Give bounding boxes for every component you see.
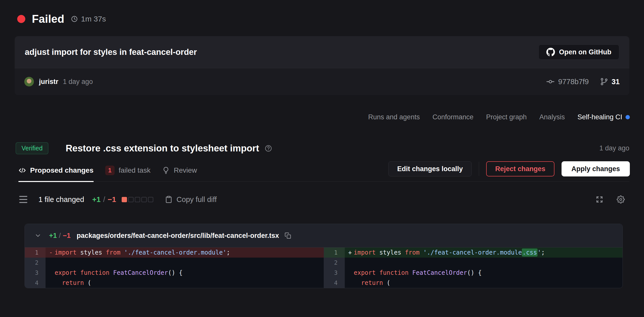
active-nav-dot-icon [626,115,630,119]
diff-toolbar-icons [595,195,625,203]
file-additions: +1 [49,232,57,240]
commit-sha: 9778b7f9 [558,78,589,86]
commit-author[interactable]: juristr [39,78,58,86]
workspace-nav: Runs and agents Conformance Project grap… [368,111,630,123]
diff-line: 1+import styles from './feat-cancel-orde… [324,247,623,258]
file-list-menu-icon[interactable] [19,196,27,203]
ci-duration: 1m 37s [71,15,106,23]
diff-line: 4 return ( [25,278,324,288]
diff-block [128,197,134,202]
ci-status-row: Failed 1m 37s [17,13,106,25]
file-stat-separator: / [59,232,61,240]
line-number: 1 [25,247,46,258]
fix-actions: Edit changes locally Reject changes Appl… [388,161,630,176]
code-text [55,258,324,268]
line-number: 2 [25,258,46,268]
diff-block [122,197,127,202]
tab-review-label: Review [174,166,197,174]
copy-path-icon[interactable] [285,232,291,239]
diff-marker [345,278,354,288]
commit-card: adjust import for styles in feat-cancel-… [15,36,629,95]
open-on-github-button[interactable]: Open on GitHub [539,44,619,60]
nav-item-label: Self-healing CI [577,113,622,121]
diff-toolbar: 1 file changed +1 / −1 Copy full diff [19,193,625,206]
verified-badge: Verified [16,142,48,154]
commit-card-footer: juristr 1 day ago 9778b7f9 31 [15,68,629,95]
diff-pane-left: 1-import styles from './feat-cancel-orde… [25,247,324,288]
fix-header: Verified Restore .css extension to style… [16,142,629,154]
commit-title: adjust import for styles in feat-cancel-… [25,47,539,57]
diff-marker [46,258,55,268]
nav-item-self-healing-ci[interactable]: Self-healing CI [577,113,630,121]
diff-line: 3export function FeatCancelOrder() { [25,268,324,278]
commit-card-header: adjust import for styles in feat-cancel-… [15,36,629,68]
copy-full-diff-button[interactable]: Copy full diff [165,195,217,204]
diff-line: 2 [25,258,324,268]
nav-item-runs-and-agents[interactable]: Runs and agents [368,113,420,121]
diff-body: 1-import styles from './feat-cancel-orde… [25,247,622,288]
diff-file-card: +1 / −1 packages/orders/feat-cancel-orde… [25,224,623,288]
diff-pane-right: 1+import styles from './feat-cancel-orde… [324,247,623,288]
diff-file-blocks [122,197,153,202]
fix-time: 1 day ago [599,144,629,152]
diff-line: 3export function FeatCancelOrder() { [324,268,623,278]
diff-marker [345,258,354,268]
diff-line: 2 [324,258,623,268]
expand-icon[interactable] [595,195,604,203]
code-text: return ( [354,278,623,288]
line-number: 4 [324,278,345,288]
commit-time: 1 day ago [63,78,93,86]
actions-divider [479,162,479,176]
code-text: import styles from './feat-cancel-order.… [354,247,623,258]
clipboard-icon [165,196,173,203]
code-text [354,258,623,268]
tab-proposed-changes[interactable]: Proposed changes [18,159,94,182]
code-text: export function FeatCancelOrder() { [55,268,324,278]
diff-block [135,197,140,202]
line-number: 4 [25,278,46,288]
diff-additions: +1 [92,195,101,204]
diff-block [148,197,153,202]
failed-task-count-badge: 1 [105,166,115,175]
diff-marker [345,268,354,278]
branch-count: 31 [612,78,620,86]
help-circle-icon[interactable] [265,145,272,152]
avatar[interactable] [24,77,34,86]
ci-status-label: Failed [32,13,64,25]
nav-item-conformance[interactable]: Conformance [433,113,474,121]
commit-sha-wrap[interactable]: 9778b7f9 [546,77,589,86]
reject-changes-button[interactable]: Reject changes [486,161,554,176]
failed-status-dot [17,15,25,23]
tab-failed-task-label: failed task [119,166,151,174]
lightbulb-icon [162,167,170,174]
diff-marker: - [46,247,55,258]
apply-changes-button[interactable]: Apply changes [562,161,630,176]
diff-block [141,197,147,202]
line-number: 2 [324,258,345,268]
page: { "colors": { "fail_red": "#f2383f", "ve… [0,0,644,317]
line-number: 3 [25,268,46,278]
file-deletions: −1 [63,232,71,240]
github-icon [546,48,555,56]
line-number: 1 [324,247,345,258]
diff-deletions: −1 [108,195,116,204]
code-text: import styles from './feat-cancel-order.… [55,247,324,258]
diff-marker [46,278,55,288]
gear-icon[interactable] [617,195,625,203]
fix-title: Restore .css extension to stylesheet imp… [66,143,259,154]
diff-file-header[interactable]: +1 / −1 packages/orders/feat-cancel-orde… [25,224,622,247]
chevron-down-icon[interactable] [34,232,41,239]
diff-marker [46,268,55,278]
copy-full-diff-label: Copy full diff [177,195,217,204]
commit-icon [546,77,555,86]
ci-duration-text: 1m 37s [81,15,106,23]
tab-review[interactable]: Review [162,159,197,182]
edit-changes-locally-button[interactable]: Edit changes locally [388,161,472,176]
branch-count-wrap[interactable]: 31 [600,78,620,86]
tab-failed-task[interactable]: 1 failed task [105,159,151,182]
clock-icon [71,15,78,22]
files-changed-label: 1 file changed [38,195,84,204]
git-network-icon [600,78,608,86]
nav-item-analysis[interactable]: Analysis [539,113,565,121]
nav-item-project-graph[interactable]: Project graph [486,113,527,121]
